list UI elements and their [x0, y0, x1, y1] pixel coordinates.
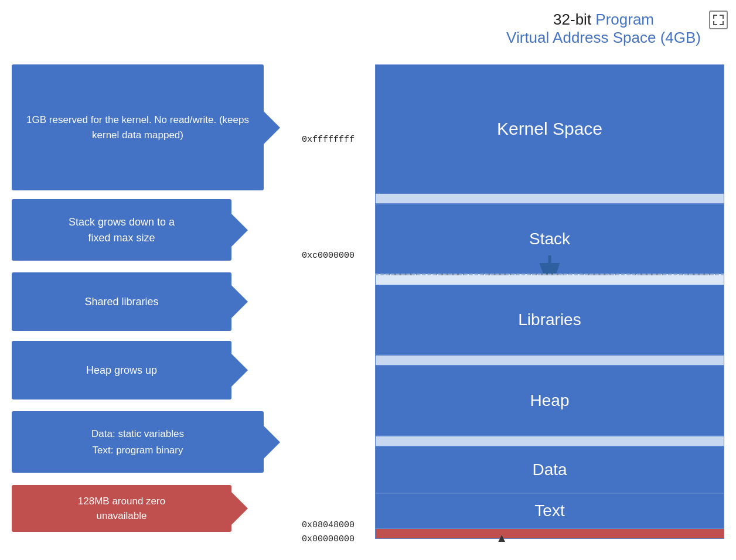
addr-c000: 0xc0000000 [302, 251, 355, 261]
mem-gap-heap [375, 436, 724, 446]
cursor: ▲ [496, 531, 507, 545]
mem-heap-label: Heap [530, 391, 570, 410]
title-line1: 32-bit Program [506, 11, 701, 29]
diagram: 1GB reserved for the kernel. No read/wri… [12, 64, 724, 548]
title-part1: 32-bit [553, 11, 595, 28]
title-line2: Virtual Address Space (4GB) [506, 29, 701, 47]
label-shared-libs: Shared libraries [12, 272, 231, 331]
mem-heap: Heap [375, 366, 724, 436]
title-part1-blue: Program [595, 11, 654, 28]
addr-0000: 0x00000000 [302, 534, 355, 544]
mem-data-label: Data [532, 460, 567, 479]
mem-gap-mid [375, 274, 724, 285]
mem-gap-lib [375, 355, 724, 366]
label-stack: Stack grows down to afixed max size [12, 199, 231, 261]
page-container: 32-bit Program Virtual Address Space (4G… [0, 0, 736, 560]
labels-column: 1GB reserved for the kernel. No read/wri… [12, 64, 299, 539]
mem-kernel-label: Kernel Space [497, 119, 602, 139]
mem-libraries: Libraries [375, 285, 724, 355]
mem-data: Data [375, 446, 724, 493]
memory-column: Kernel Space Stack [375, 64, 724, 539]
dashed-divider [375, 274, 724, 275]
expand-icon[interactable] [709, 11, 728, 29]
mem-kernel: Kernel Space [375, 64, 724, 193]
title-area: 32-bit Program Virtual Address Space (4G… [506, 11, 701, 47]
mem-libraries-label: Libraries [518, 310, 581, 329]
label-kernel: 1GB reserved for the kernel. No read/wri… [12, 64, 264, 190]
mem-red [375, 528, 724, 539]
label-heap: Heap grows up [12, 341, 231, 399]
addresses-column: 0xffffffff 0xc0000000 0x08048000 0x00000… [299, 64, 369, 539]
mem-text: Text [375, 493, 724, 528]
label-data-text: Data: static variablesText: program bina… [12, 411, 264, 473]
label-unavailable: 128MB around zerounavailable [12, 485, 231, 532]
mem-text-label: Text [534, 501, 564, 520]
addr-0804: 0x08048000 [302, 520, 355, 530]
addr-ffff: 0xffffffff [302, 135, 355, 145]
mem-stack-label: Stack [529, 230, 570, 248]
mem-gap-top [375, 193, 724, 204]
